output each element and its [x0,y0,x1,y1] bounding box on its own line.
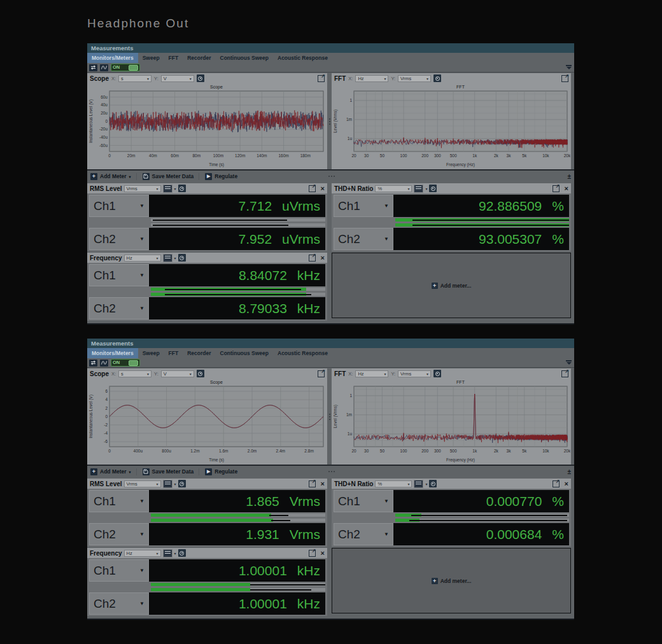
chart-splitter[interactable] [327,368,332,465]
fft-x-combo[interactable]: Hz▾ [355,370,388,377]
fft-settings-icon[interactable] [433,74,441,82]
fft-y-combo[interactable]: Vrms▾ [398,370,431,377]
meters-splitter-handle[interactable] [328,176,330,177]
thd-settings-icon[interactable] [429,185,437,192]
rms-ch1-selector[interactable]: Ch1▼ [89,195,149,217]
meters-splitter-handle[interactable] [328,471,330,472]
frequency-settings-icon[interactable] [178,254,186,262]
scope-settings-icon[interactable] [197,370,204,377]
meters-column-splitter[interactable] [327,479,332,617]
tab-recorder[interactable]: Recorder [183,53,215,63]
on-toggle[interactable]: ON [111,359,140,367]
regulate-button[interactable]: ▶ Regulate [199,173,243,180]
rms-unit-combo[interactable]: Vrms▾ [124,185,161,192]
fft-y-combo[interactable]: Vrms▾ [398,75,431,82]
tab-sweep[interactable]: Sweep [138,53,164,63]
tab-acoustic-response[interactable]: Acoustic Response [273,53,332,63]
rms-settings-icon[interactable] [178,185,186,192]
collapse-meters-icon[interactable]: ± [568,173,572,180]
thd-popout-icon[interactable] [553,480,560,487]
thd-unit-combo[interactable]: %▾ [375,480,412,487]
frequency-settings-icon[interactable] [178,549,186,557]
fft-popout-icon[interactable] [561,370,568,377]
waveform-icon[interactable] [100,360,108,367]
save-meter-data-button[interactable]: Save Meter Data [136,468,199,475]
thd-close-icon[interactable]: × [565,185,568,192]
thd-ch2-selector[interactable]: Ch2▼ [334,228,393,250]
frequency-unit-combo[interactable]: Hz▾ [124,550,161,557]
meter-style-icon[interactable] [163,549,173,557]
tab-acoustic-response[interactable]: Acoustic Response [273,348,332,358]
tab-monitors-meters[interactable]: Monitors/Meters [87,53,138,63]
thd-close-icon[interactable]: × [565,480,568,487]
window-titlebar[interactable]: Measurements [87,43,574,53]
regulate-button[interactable]: ▶ Regulate [199,468,243,475]
frequency-close-icon[interactable]: × [321,255,325,262]
collapse-meters-icon[interactable]: ± [568,468,572,475]
tab-continuous-sweep[interactable]: Continuous Sweep [216,348,274,358]
tab-fft[interactable]: FFT [164,53,183,63]
meters-column-splitter[interactable] [327,183,332,322]
rms-ch2-selector[interactable]: Ch2▼ [89,523,149,545]
swap-channels-icon[interactable] [89,360,97,367]
add-meter-button[interactable]: + Add Meter ▾ [90,173,136,180]
rms-popout-icon[interactable] [309,480,316,487]
rms-settings-icon[interactable] [178,480,186,487]
frequency-popout-icon[interactable] [309,550,316,557]
swap-channels-icon[interactable] [89,64,97,71]
fft-settings-icon[interactable] [433,370,441,377]
frequency-ch2-selector[interactable]: Ch2▼ [89,592,149,615]
thd-ch1-selector[interactable]: Ch1▼ [334,195,393,217]
scope-popout-icon[interactable] [318,75,325,82]
scope-y-combo[interactable]: V▾ [161,75,194,82]
scope-popout-icon[interactable] [318,370,325,377]
rms-close-icon[interactable]: × [321,185,325,192]
add-meter-placeholder[interactable]: + Add meter... [332,253,571,318]
thd-ch1-selector[interactable]: Ch1▼ [334,490,393,512]
rms-unit-combo[interactable]: Vrms▾ [124,480,161,487]
fft-x-combo[interactable]: Hz▾ [355,75,388,82]
on-toggle[interactable]: ON [111,64,140,71]
frequency-popout-icon[interactable] [309,255,316,262]
chart-splitter[interactable] [327,73,332,169]
tab-sweep[interactable]: Sweep [138,348,164,358]
rms-ch1-selector[interactable]: Ch1▼ [89,490,149,512]
scope-x-combo[interactable]: s▾ [118,370,151,377]
meter-style-icon[interactable] [163,185,173,193]
save-meter-data-button[interactable]: Save Meter Data [136,173,199,180]
fft-popout-icon[interactable] [561,75,568,82]
frequency-ch2-selector[interactable]: Ch2▼ [89,297,149,319]
meter-style-icon[interactable] [414,480,423,488]
tab-fft[interactable]: FFT [164,348,183,358]
add-meter-placeholder[interactable]: + Add meter... [332,548,571,613]
meter-style-icon[interactable] [163,254,173,262]
frequency-unit-combo[interactable]: Hz▾ [124,255,161,262]
meter-style-icon[interactable] [414,185,423,193]
scope-chart[interactable]: 020m40m60m80m100m120m140m160m180m60u40u2… [88,83,327,168]
frequency-ch1-selector[interactable]: Ch1▼ [89,264,149,286]
rms-popout-icon[interactable] [309,185,316,192]
rms-close-icon[interactable]: × [321,480,325,487]
thd-settings-icon[interactable] [429,480,437,487]
fft-chart[interactable]: 2030501002003005001k2k3k5k10k20k11m1uFFT… [332,83,570,168]
tab-recorder[interactable]: Recorder [183,348,215,358]
scope-chart[interactable]: 0400u800u1.2m1.6m2.0m2.4m2.8m6420-2-4-6S… [88,379,327,463]
waveform-icon[interactable] [100,64,108,71]
tab-monitors-meters[interactable]: Monitors/Meters [87,348,138,358]
frequency-ch1-selector[interactable]: Ch1▼ [89,559,149,582]
add-meter-button[interactable]: + Add Meter ▾ [90,468,136,475]
scope-x-combo[interactable]: s▾ [118,75,151,82]
pin-panel-icon[interactable] [566,360,572,365]
fft-chart[interactable]: 2030501002003005001k2k3k5k10k20k11m1uFFT… [332,379,570,463]
pin-panel-icon[interactable] [566,65,572,70]
thd-popout-icon[interactable] [553,185,560,192]
meter-style-icon[interactable] [163,480,173,488]
tab-continuous-sweep[interactable]: Continuous Sweep [216,53,274,63]
rms-ch2-selector[interactable]: Ch2▼ [89,228,149,250]
thd-ch2-selector[interactable]: Ch2▼ [334,523,393,545]
thd-unit-combo[interactable]: %▾ [375,185,412,192]
scope-settings-icon[interactable] [197,74,204,82]
frequency-close-icon[interactable]: × [321,550,325,557]
scope-y-combo[interactable]: V▾ [161,370,194,377]
window-titlebar[interactable]: Measurements [87,339,574,348]
